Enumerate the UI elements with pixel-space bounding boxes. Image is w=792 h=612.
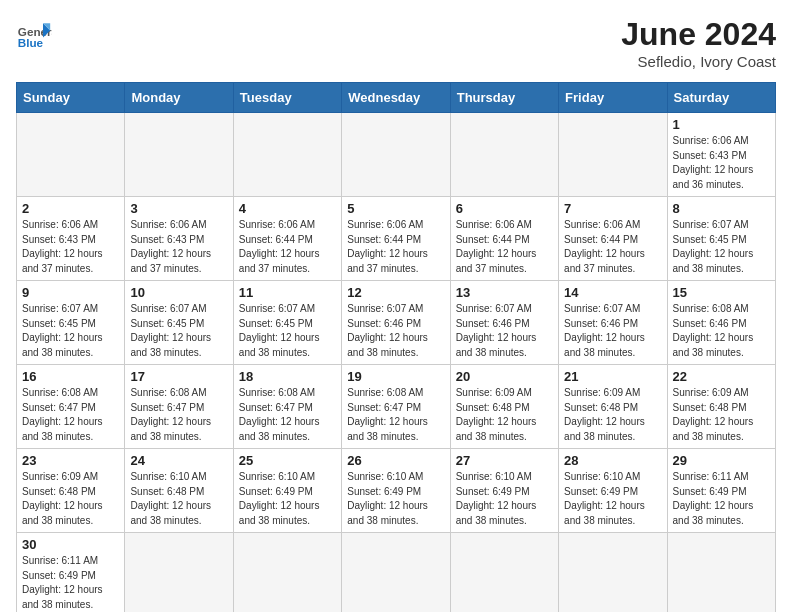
week-row-4: 16Sunrise: 6:08 AM Sunset: 6:47 PM Dayli… (17, 365, 776, 449)
weekday-header-wednesday: Wednesday (342, 83, 450, 113)
day-number: 9 (22, 285, 119, 300)
day-info: Sunrise: 6:09 AM Sunset: 6:48 PM Dayligh… (564, 386, 661, 444)
day-cell: 27Sunrise: 6:10 AM Sunset: 6:49 PM Dayli… (450, 449, 558, 533)
day-cell: 13Sunrise: 6:07 AM Sunset: 6:46 PM Dayli… (450, 281, 558, 365)
day-info: Sunrise: 6:06 AM Sunset: 6:44 PM Dayligh… (347, 218, 444, 276)
day-cell (342, 533, 450, 613)
day-info: Sunrise: 6:11 AM Sunset: 6:49 PM Dayligh… (22, 554, 119, 612)
day-cell (559, 533, 667, 613)
day-info: Sunrise: 6:09 AM Sunset: 6:48 PM Dayligh… (22, 470, 119, 528)
day-info: Sunrise: 6:07 AM Sunset: 6:45 PM Dayligh… (239, 302, 336, 360)
day-cell (233, 113, 341, 197)
day-number: 6 (456, 201, 553, 216)
day-number: 11 (239, 285, 336, 300)
day-number: 25 (239, 453, 336, 468)
day-cell: 22Sunrise: 6:09 AM Sunset: 6:48 PM Dayli… (667, 365, 775, 449)
day-info: Sunrise: 6:07 AM Sunset: 6:45 PM Dayligh… (130, 302, 227, 360)
day-number: 5 (347, 201, 444, 216)
day-number: 15 (673, 285, 770, 300)
day-number: 28 (564, 453, 661, 468)
day-cell: 2Sunrise: 6:06 AM Sunset: 6:43 PM Daylig… (17, 197, 125, 281)
weekday-header-monday: Monday (125, 83, 233, 113)
weekday-header-thursday: Thursday (450, 83, 558, 113)
day-cell: 18Sunrise: 6:08 AM Sunset: 6:47 PM Dayli… (233, 365, 341, 449)
day-info: Sunrise: 6:06 AM Sunset: 6:44 PM Dayligh… (456, 218, 553, 276)
day-number: 30 (22, 537, 119, 552)
day-info: Sunrise: 6:09 AM Sunset: 6:48 PM Dayligh… (673, 386, 770, 444)
logo-icon: General Blue (16, 16, 52, 52)
day-info: Sunrise: 6:07 AM Sunset: 6:45 PM Dayligh… (22, 302, 119, 360)
day-cell: 30Sunrise: 6:11 AM Sunset: 6:49 PM Dayli… (17, 533, 125, 613)
day-number: 16 (22, 369, 119, 384)
day-number: 1 (673, 117, 770, 132)
day-info: Sunrise: 6:10 AM Sunset: 6:49 PM Dayligh… (564, 470, 661, 528)
weekday-header-sunday: Sunday (17, 83, 125, 113)
day-info: Sunrise: 6:06 AM Sunset: 6:44 PM Dayligh… (239, 218, 336, 276)
day-info: Sunrise: 6:06 AM Sunset: 6:43 PM Dayligh… (22, 218, 119, 276)
day-info: Sunrise: 6:07 AM Sunset: 6:46 PM Dayligh… (347, 302, 444, 360)
day-info: Sunrise: 6:08 AM Sunset: 6:47 PM Dayligh… (347, 386, 444, 444)
title-block: June 2024 Sefledio, Ivory Coast (621, 16, 776, 70)
day-cell: 29Sunrise: 6:11 AM Sunset: 6:49 PM Dayli… (667, 449, 775, 533)
header: General Blue June 2024 Sefledio, Ivory C… (16, 16, 776, 70)
day-info: Sunrise: 6:07 AM Sunset: 6:46 PM Dayligh… (564, 302, 661, 360)
day-number: 12 (347, 285, 444, 300)
day-info: Sunrise: 6:08 AM Sunset: 6:47 PM Dayligh… (130, 386, 227, 444)
day-info: Sunrise: 6:08 AM Sunset: 6:47 PM Dayligh… (22, 386, 119, 444)
day-cell: 28Sunrise: 6:10 AM Sunset: 6:49 PM Dayli… (559, 449, 667, 533)
day-cell (450, 533, 558, 613)
day-number: 17 (130, 369, 227, 384)
weekday-header-saturday: Saturday (667, 83, 775, 113)
day-info: Sunrise: 6:10 AM Sunset: 6:48 PM Dayligh… (130, 470, 227, 528)
calendar-table: SundayMondayTuesdayWednesdayThursdayFrid… (16, 82, 776, 612)
day-cell: 14Sunrise: 6:07 AM Sunset: 6:46 PM Dayli… (559, 281, 667, 365)
day-number: 20 (456, 369, 553, 384)
day-cell: 7Sunrise: 6:06 AM Sunset: 6:44 PM Daylig… (559, 197, 667, 281)
day-number: 7 (564, 201, 661, 216)
day-number: 24 (130, 453, 227, 468)
week-row-1: 1Sunrise: 6:06 AM Sunset: 6:43 PM Daylig… (17, 113, 776, 197)
day-number: 21 (564, 369, 661, 384)
day-info: Sunrise: 6:08 AM Sunset: 6:47 PM Dayligh… (239, 386, 336, 444)
week-row-2: 2Sunrise: 6:06 AM Sunset: 6:43 PM Daylig… (17, 197, 776, 281)
day-info: Sunrise: 6:09 AM Sunset: 6:48 PM Dayligh… (456, 386, 553, 444)
day-cell: 4Sunrise: 6:06 AM Sunset: 6:44 PM Daylig… (233, 197, 341, 281)
day-number: 4 (239, 201, 336, 216)
day-cell (342, 113, 450, 197)
day-cell (125, 113, 233, 197)
day-info: Sunrise: 6:07 AM Sunset: 6:46 PM Dayligh… (456, 302, 553, 360)
day-number: 19 (347, 369, 444, 384)
day-number: 10 (130, 285, 227, 300)
weekday-header-row: SundayMondayTuesdayWednesdayThursdayFrid… (17, 83, 776, 113)
day-cell: 26Sunrise: 6:10 AM Sunset: 6:49 PM Dayli… (342, 449, 450, 533)
day-cell: 21Sunrise: 6:09 AM Sunset: 6:48 PM Dayli… (559, 365, 667, 449)
day-cell (17, 113, 125, 197)
weekday-header-friday: Friday (559, 83, 667, 113)
day-number: 3 (130, 201, 227, 216)
day-cell (559, 113, 667, 197)
day-info: Sunrise: 6:06 AM Sunset: 6:43 PM Dayligh… (130, 218, 227, 276)
day-number: 8 (673, 201, 770, 216)
day-cell: 19Sunrise: 6:08 AM Sunset: 6:47 PM Dayli… (342, 365, 450, 449)
day-info: Sunrise: 6:06 AM Sunset: 6:44 PM Dayligh… (564, 218, 661, 276)
day-info: Sunrise: 6:10 AM Sunset: 6:49 PM Dayligh… (456, 470, 553, 528)
day-cell: 10Sunrise: 6:07 AM Sunset: 6:45 PM Dayli… (125, 281, 233, 365)
day-info: Sunrise: 6:10 AM Sunset: 6:49 PM Dayligh… (347, 470, 444, 528)
day-number: 18 (239, 369, 336, 384)
day-cell: 6Sunrise: 6:06 AM Sunset: 6:44 PM Daylig… (450, 197, 558, 281)
week-row-3: 9Sunrise: 6:07 AM Sunset: 6:45 PM Daylig… (17, 281, 776, 365)
day-number: 13 (456, 285, 553, 300)
day-cell: 5Sunrise: 6:06 AM Sunset: 6:44 PM Daylig… (342, 197, 450, 281)
day-cell: 12Sunrise: 6:07 AM Sunset: 6:46 PM Dayli… (342, 281, 450, 365)
week-row-6: 30Sunrise: 6:11 AM Sunset: 6:49 PM Dayli… (17, 533, 776, 613)
day-cell: 20Sunrise: 6:09 AM Sunset: 6:48 PM Dayli… (450, 365, 558, 449)
location-title: Sefledio, Ivory Coast (621, 53, 776, 70)
day-number: 27 (456, 453, 553, 468)
day-number: 22 (673, 369, 770, 384)
day-info: Sunrise: 6:07 AM Sunset: 6:45 PM Dayligh… (673, 218, 770, 276)
day-cell: 9Sunrise: 6:07 AM Sunset: 6:45 PM Daylig… (17, 281, 125, 365)
month-year-title: June 2024 (621, 16, 776, 53)
day-info: Sunrise: 6:10 AM Sunset: 6:49 PM Dayligh… (239, 470, 336, 528)
day-cell (125, 533, 233, 613)
svg-text:Blue: Blue (18, 36, 44, 49)
